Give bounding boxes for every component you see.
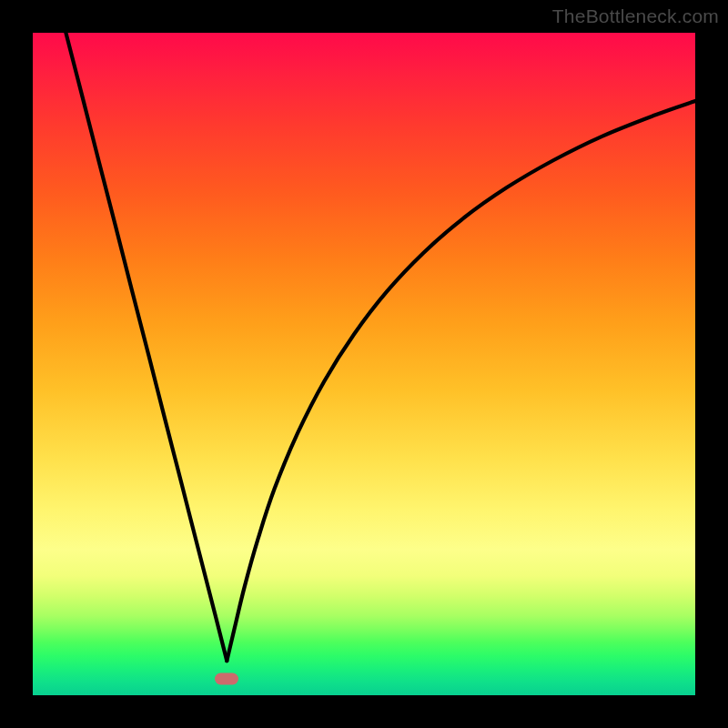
watermark-text: TheBottleneck.com xyxy=(552,5,719,27)
bottleneck-marker xyxy=(215,672,238,684)
curve-left-branch xyxy=(66,33,227,661)
plot-area xyxy=(33,33,695,695)
curve-right-branch xyxy=(227,101,695,661)
curve-svg xyxy=(33,33,695,695)
chart-frame: TheBottleneck.com xyxy=(0,0,728,728)
